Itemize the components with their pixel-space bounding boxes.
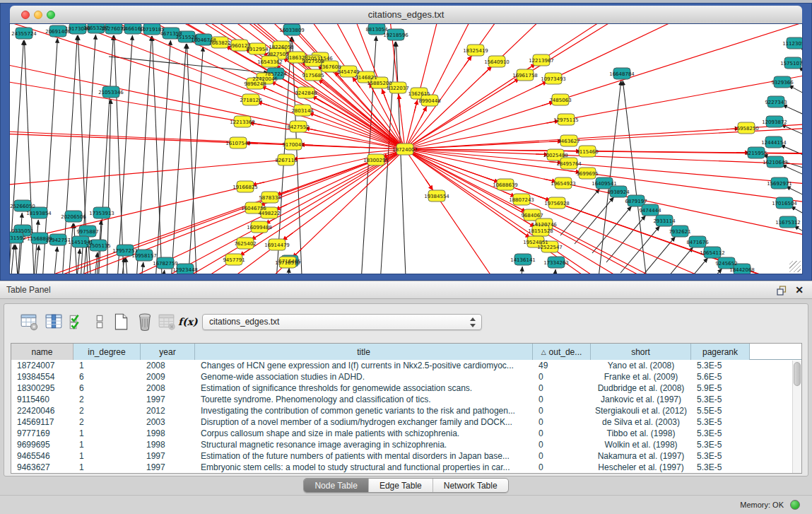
table-row[interactable]: 1938455462009Genome-wide association stu… xyxy=(11,371,801,382)
graph-node-label: 15751074 xyxy=(780,61,802,66)
cell-title: Estimation of the future numbers of pati… xyxy=(195,450,533,462)
cell-pagerank: 5.3E-5 xyxy=(691,450,750,462)
table-row[interactable]: 946554611997Estimation of the future num… xyxy=(11,450,801,462)
cell-short: Dudbridge et al. (2008) xyxy=(591,382,691,394)
scrollbar-thumb[interactable] xyxy=(794,362,801,386)
cell-short: Franke et al. (2009) xyxy=(591,371,691,382)
tab-edge-table[interactable]: Edge Table xyxy=(368,479,433,492)
cell-year: 1997 xyxy=(141,394,195,405)
cell-short: Jankovic et al. (1997) xyxy=(591,394,691,405)
column-header-year[interactable]: year xyxy=(141,344,195,360)
cell-out_degree: 0 xyxy=(533,382,591,394)
cell-year: 2008 xyxy=(141,382,195,394)
node-attribute-table: namein_degreeyeartitle△out_de...shortpag… xyxy=(11,343,802,474)
cell-name: 9463627 xyxy=(11,462,73,473)
cell-year: 2009 xyxy=(141,371,195,382)
graph-node-label: 18442068 xyxy=(729,267,755,273)
sort-ascending-icon: △ xyxy=(541,349,546,356)
column-header-title[interactable]: title xyxy=(195,344,533,360)
delete-table-icon[interactable] xyxy=(158,313,176,331)
table-row[interactable]: 977716911998Corpus callosum shape and si… xyxy=(11,428,801,439)
table-row[interactable]: 946362711997Embryonic stem cells: a mode… xyxy=(11,462,801,473)
function-builder-icon[interactable]: f(x) xyxy=(178,313,196,331)
citation-network-graph[interactable]: 2435572420691406191730461065328715276072… xyxy=(10,24,802,274)
graph-node-label: 4498222 xyxy=(258,211,280,216)
table-row[interactable]: 1456911722003Disruption of a novel membe… xyxy=(11,416,801,428)
cell-short: Tibbo et al. (1998) xyxy=(591,428,691,439)
column-header-short[interactable]: short xyxy=(591,344,691,360)
resize-grip-icon[interactable] xyxy=(789,261,801,272)
graph-node-label: 8427552 xyxy=(287,124,309,130)
graph-node-label: 2803144 xyxy=(291,108,314,114)
status-bar: Memory: OK xyxy=(0,495,812,514)
graph-node-label: 7932621 xyxy=(669,229,690,235)
cell-name: 18724007 xyxy=(11,360,73,371)
network-window-titlebar[interactable]: citations_edges.txt xyxy=(10,6,802,24)
delete-columns-icon[interactable] xyxy=(136,313,154,331)
tab-node-table[interactable]: Node Table xyxy=(304,479,368,492)
float-panel-icon[interactable] xyxy=(777,286,787,296)
cell-in_degree: 6 xyxy=(73,382,141,394)
graph-node-label: 2933114 xyxy=(653,218,676,224)
graph-node-label: 16648784 xyxy=(609,71,635,77)
graph-node-label: 8454749 xyxy=(337,69,359,75)
network-view-window: citations_edges.txt 24355724206914061917… xyxy=(0,3,812,281)
table-row[interactable]: 2242004622012Investigating the contribut… xyxy=(11,405,801,416)
graph-node-label: 8322037 xyxy=(387,86,408,91)
cytoscape-app: citations_edges.txt 24355724206914061917… xyxy=(0,0,812,514)
unselect-all-icon[interactable] xyxy=(90,313,109,331)
graph-node-label: 10654112 xyxy=(700,250,725,256)
network-canvas[interactable]: 2435572420691406191730461065328715276072… xyxy=(10,24,802,274)
column-header-out_degree[interactable]: △out_de... xyxy=(533,344,591,360)
attribute-browser: f(x) citations_edges.txt namein_degreeye… xyxy=(4,303,808,477)
graph-node-label: 16210643 xyxy=(763,160,788,165)
graph-node-label: 8990448 xyxy=(418,98,440,104)
graph-node-label: 16782759 xyxy=(153,261,178,267)
table-row[interactable]: 1872400712008Changes of HCN gene express… xyxy=(11,360,801,371)
column-header-name[interactable]: name xyxy=(11,344,73,360)
graph-node-label: 18300295 xyxy=(363,158,389,163)
column-header-in_degree[interactable]: in_degree xyxy=(73,344,141,360)
graph-node-label: 11675312 xyxy=(775,220,801,226)
table-row[interactable]: 1830029562008Estimation of significance … xyxy=(11,382,801,394)
graph-node-label: 19654923 xyxy=(551,181,576,187)
table-selector-dropdown[interactable]: citations_edges.txt xyxy=(202,314,482,330)
graph-node-label: 24355724 xyxy=(11,31,37,37)
graph-node-label: 16409541 xyxy=(592,181,617,187)
table-body: 1872400712008Changes of HCN gene express… xyxy=(11,360,801,473)
table-row[interactable]: 969969511998Structural magnetic resonanc… xyxy=(11,439,801,450)
tab-network-table[interactable]: Network Table xyxy=(433,479,508,492)
cell-out_degree: 0 xyxy=(533,428,591,439)
cell-short: de Silva et al. (2003) xyxy=(591,416,691,428)
memory-ok-indicator xyxy=(790,500,800,510)
graph-node-label: 18495764 xyxy=(556,161,582,167)
graph-node-label: 14136141 xyxy=(510,257,536,263)
table-scrollbar[interactable] xyxy=(792,361,801,473)
select-all-icon[interactable] xyxy=(68,313,86,331)
graph-node-label: 7625402 xyxy=(234,241,256,247)
cell-year: 2003 xyxy=(141,416,195,428)
create-column-icon[interactable] xyxy=(112,313,130,331)
graph-node-label: 9245652 xyxy=(715,261,737,267)
graph-node-label: 1362615 xyxy=(408,91,430,97)
close-panel-icon[interactable]: ✕ xyxy=(795,284,804,296)
table-settings-icon[interactable] xyxy=(20,313,38,331)
cell-year: 1998 xyxy=(141,439,195,450)
show-columns-icon[interactable] xyxy=(45,313,63,331)
cell-pagerank: 5.3E-5 xyxy=(691,360,750,371)
graph-node-label: 8813054 xyxy=(365,27,388,33)
graph-node-label: 9146821 xyxy=(355,75,377,81)
cell-name: 19384554 xyxy=(11,371,73,382)
graph-node-label: 12444154 xyxy=(761,140,787,146)
graph-node-label: 6879197 xyxy=(625,199,647,204)
graph-node-label: 8267110 xyxy=(275,158,297,163)
graph-node-label: 9329366 xyxy=(771,80,794,86)
graph-node-label: 8215955 xyxy=(745,151,767,156)
graph-node-label: 11123058 xyxy=(782,41,802,47)
table-row[interactable]: 911546021997Tourette syndrome. Phenomeno… xyxy=(11,394,801,405)
column-header-pagerank[interactable]: pagerank xyxy=(691,344,750,360)
cell-short: Nakamura et al. (1997) xyxy=(591,450,691,462)
graph-node-label: 12213967 xyxy=(529,58,554,64)
cell-short: Yano et al. (2008) xyxy=(591,360,691,371)
graph-node-label: 9175685 xyxy=(302,73,324,78)
